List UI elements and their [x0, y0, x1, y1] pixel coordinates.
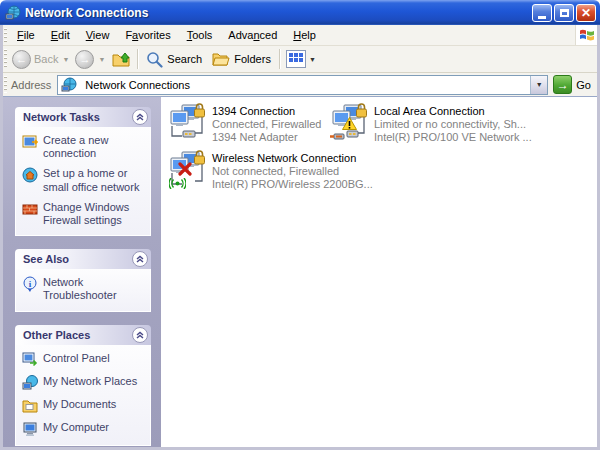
lock-icon	[193, 150, 206, 165]
menu-help[interactable]: Help	[285, 27, 324, 43]
menu-advanced[interactable]: Advanced	[220, 27, 285, 43]
section-header[interactable]: Other Places	[15, 325, 151, 345]
addressbar-grip[interactable]	[4, 76, 7, 93]
content: Network Tasks Create a new co	[3, 97, 597, 447]
connection-status: Connected, Firewalled	[212, 118, 321, 131]
disconnected-icon	[178, 162, 192, 176]
task-label: Network Troubleshooter	[43, 276, 147, 302]
collapse-button[interactable]	[132, 251, 148, 267]
menu-view[interactable]: View	[78, 27, 118, 43]
menu-bar: File Edit View Favorites Tools Advanced …	[3, 25, 597, 46]
link-label: My Documents	[43, 398, 116, 414]
address-value: Network Connections	[85, 79, 530, 91]
connection-tile-wireless[interactable]: Wireless Network Connection Not connecte…	[168, 151, 328, 191]
new-connection-icon	[22, 134, 38, 150]
connection-text: Wireless Network Connection Not connecte…	[212, 151, 373, 191]
section-title: Network Tasks	[23, 111, 100, 123]
connection-icon	[168, 104, 208, 142]
views-icon	[286, 50, 306, 68]
go-button[interactable]: →	[553, 75, 572, 94]
address-label: Address	[11, 79, 51, 91]
toolbar-grip[interactable]	[4, 49, 7, 69]
go-label: Go	[576, 79, 591, 91]
link-my-documents[interactable]: My Documents	[22, 398, 147, 414]
link-my-network-places[interactable]: My Network Places	[22, 375, 147, 391]
connection-text: 1394 Connection Connected, Firewalled 13…	[212, 104, 321, 144]
back-label: Back	[34, 53, 58, 65]
warning-icon	[342, 117, 357, 130]
connection-status: Not connected, Firewalled	[212, 165, 373, 178]
address-bar: Address Network Connections ▼ → Go	[3, 73, 597, 97]
collapse-button[interactable]	[132, 109, 148, 125]
toolbar: ← Back ▼ → ▼ Search	[3, 46, 597, 73]
search-button[interactable]: Search	[141, 49, 207, 70]
network-places-icon	[22, 375, 38, 391]
section-title: Other Places	[23, 329, 90, 341]
connection-tile-1394[interactable]: 1394 Connection Connected, Firewalled 13…	[168, 104, 328, 144]
lock-icon	[193, 103, 206, 118]
connection-tiles: 1394 Connection Connected, Firewalled 13…	[168, 104, 597, 191]
wireless-signal-icon	[169, 178, 186, 189]
views-button[interactable]: ▼	[283, 49, 319, 69]
up-button[interactable]	[108, 49, 134, 69]
link-control-panel[interactable]: Control Panel	[22, 352, 147, 368]
section-other-places: Other Places Control Panel	[15, 325, 151, 446]
task-label: Set up a home or small office network	[43, 167, 147, 193]
menu-file[interactable]: File	[9, 27, 43, 43]
link-my-computer[interactable]: My Computer	[22, 421, 147, 437]
task-pane: Network Tasks Create a new co	[3, 97, 161, 447]
minimize-button[interactable]	[532, 4, 552, 22]
up-folder-icon	[111, 49, 131, 69]
search-icon	[146, 51, 163, 68]
section-body: i Network Troubleshooter	[15, 269, 151, 311]
section-header[interactable]: See Also	[15, 249, 151, 269]
collapse-button[interactable]	[132, 327, 148, 343]
connection-device: 1394 Net Adapter	[212, 131, 321, 144]
connection-status: Limited or no connectivity, Sh...	[374, 118, 532, 131]
minimize-icon	[538, 16, 546, 19]
network-connections-window: Network Connections ✕ File Edit View Fav…	[0, 0, 600, 450]
section-header[interactable]: Network Tasks	[15, 107, 151, 127]
folder-view[interactable]: 1394 Connection Connected, Firewalled 13…	[161, 97, 597, 447]
menu-edit[interactable]: Edit	[43, 27, 78, 43]
connection-tile-lan[interactable]: Local Area Connection Limited or no conn…	[330, 104, 597, 144]
network-connections-icon	[61, 77, 77, 93]
search-label: Search	[167, 53, 202, 65]
views-dropdown-icon[interactable]: ▼	[309, 56, 316, 63]
forward-dropdown-icon[interactable]: ▼	[98, 56, 105, 63]
close-button[interactable]: ✕	[576, 4, 596, 22]
window-body: File Edit View Favorites Tools Advanced …	[0, 25, 600, 450]
task-change-firewall[interactable]: Change Windows Firewall settings	[22, 201, 147, 227]
link-label: My Network Places	[43, 375, 137, 391]
window-title: Network Connections	[25, 6, 530, 20]
task-network-troubleshooter[interactable]: i Network Troubleshooter	[22, 276, 147, 302]
task-create-connection[interactable]: Create a new connection	[22, 134, 147, 160]
back-button[interactable]: ← Back ▼	[9, 50, 72, 69]
section-body: Create a new connection Set up a home or…	[15, 127, 151, 236]
forward-button[interactable]: → ▼	[72, 50, 108, 69]
maximize-button[interactable]	[554, 4, 574, 22]
back-icon: ←	[12, 50, 31, 69]
toolbar-separator	[279, 49, 280, 69]
link-label: Control Panel	[43, 352, 110, 368]
connection-device: Intel(R) PRO/Wireless 2200BG...	[212, 178, 373, 191]
task-setup-home-network[interactable]: Set up a home or small office network	[22, 167, 147, 193]
control-panel-icon	[22, 352, 38, 368]
titlebar[interactable]: Network Connections ✕	[0, 0, 600, 25]
connection-device: Intel(R) PRO/100 VE Network ...	[374, 131, 532, 144]
back-dropdown-icon[interactable]: ▼	[62, 56, 69, 63]
address-input[interactable]: Network Connections ▼	[57, 75, 548, 95]
menu-favorites[interactable]: Favorites	[117, 27, 178, 43]
task-label: Create a new connection	[43, 134, 147, 160]
menubar-grip[interactable]	[4, 28, 7, 42]
home-network-icon	[22, 167, 38, 183]
connection-icon	[330, 104, 370, 142]
address-dropdown-button[interactable]: ▼	[530, 76, 547, 94]
windows-flag-icon	[575, 25, 597, 45]
my-computer-icon	[22, 421, 38, 437]
connection-icon	[168, 151, 208, 189]
folders-button[interactable]: Folders	[207, 49, 276, 69]
network-connections-icon	[5, 5, 21, 21]
troubleshooter-icon: i	[22, 276, 38, 292]
menu-tools[interactable]: Tools	[179, 27, 221, 43]
